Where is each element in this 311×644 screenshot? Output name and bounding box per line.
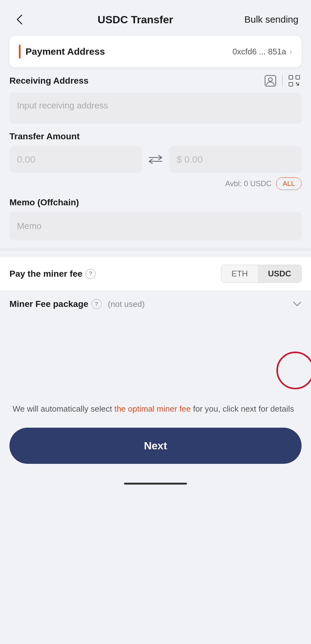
receiving-address-icons (263, 74, 302, 88)
available-balance-text: Avbl: 0 USDC (225, 179, 272, 188)
fee-option-usdc[interactable]: USDC (258, 265, 301, 282)
payment-address-left: Payment Address (19, 45, 105, 58)
accent-bar (19, 45, 20, 58)
fee-package-label: Miner Fee package ? (not used) (9, 299, 145, 309)
miner-fee-help-icon[interactable]: ? (86, 269, 96, 279)
miner-fee-row: Pay the miner fee ? ETH USDC (0, 257, 311, 290)
svg-point-1 (269, 78, 272, 81)
payment-address-card[interactable]: Payment Address 0xcfd6 ... 851a › (9, 36, 302, 67)
receiving-address-section: Receiving Address Input receivin (0, 74, 311, 124)
receiving-address-placeholder: Input receiving address (17, 101, 108, 111)
usd-prefix: $ (177, 154, 182, 165)
receiving-address-label-row: Receiving Address (9, 74, 302, 88)
payment-address-value: 0xcfd6 ... 851a (233, 47, 286, 57)
receiving-address-label: Receiving Address (9, 76, 88, 86)
usd-amount-input[interactable]: $ 0.00 (169, 146, 302, 173)
memo-placeholder: Memo (17, 221, 42, 231)
contact-icon[interactable] (263, 74, 278, 88)
info-text-after: for you, click next for details (191, 404, 294, 414)
memo-input[interactable]: Memo (9, 212, 302, 240)
back-button[interactable] (13, 13, 26, 26)
info-text-before: We will automatically select (13, 404, 114, 414)
usd-placeholder: 0.00 (184, 154, 203, 165)
miner-fee-toggle[interactable]: ETH USDC (221, 265, 302, 283)
crypto-placeholder: 0.00 (17, 154, 35, 165)
fee-package-row[interactable]: Miner Fee package ? (not used) (0, 290, 311, 318)
next-button-label: Next (144, 440, 167, 452)
next-button[interactable]: Next (9, 428, 302, 464)
bottom-info: We will automatically select the optimal… (0, 393, 311, 421)
all-button[interactable]: ALL (276, 177, 302, 190)
svg-rect-2 (289, 75, 293, 79)
fee-package-value: (not used) (108, 299, 145, 309)
svg-rect-3 (296, 75, 300, 79)
page-title: USDC Transfer (98, 14, 173, 26)
bulk-sending-button[interactable]: Bulk sending (244, 14, 298, 25)
payment-address-label: Payment Address (25, 46, 105, 57)
memo-label: Memo (Offchain) (9, 197, 302, 208)
crypto-amount-input[interactable]: 0.00 (9, 146, 142, 173)
header: USDC Transfer Bulk sending (0, 0, 311, 33)
fee-package-help-icon[interactable]: ? (92, 299, 102, 309)
available-balance-row: Avbl: 0 USDC ALL (9, 177, 302, 190)
svg-rect-4 (289, 82, 293, 86)
next-button-container: Next (0, 421, 311, 480)
memo-section: Memo (Offchain) Memo (0, 197, 311, 240)
bottom-info-text: We will automatically select the optimal… (13, 403, 298, 415)
icon-divider (282, 75, 283, 86)
fee-option-eth[interactable]: ETH (221, 265, 258, 282)
spacer (0, 318, 311, 393)
swap-icon[interactable] (147, 151, 164, 168)
scan-icon[interactable] (287, 74, 302, 88)
payment-address-right: 0xcfd6 ... 851a › (233, 47, 292, 57)
miner-fee-label: Pay the miner fee ? (9, 269, 96, 279)
info-highlight: the optimal miner fee (114, 404, 191, 414)
amount-row: 0.00 $ 0.00 (9, 146, 302, 173)
receiving-address-input[interactable]: Input receiving address (9, 92, 302, 124)
home-bar (124, 483, 187, 485)
home-indicator (0, 483, 311, 491)
section-divider (0, 248, 311, 251)
chevron-down-icon (293, 299, 302, 309)
transfer-amount-section: Transfer Amount 0.00 $ 0.00 Avbl: 0 USDC… (0, 131, 311, 190)
chevron-right-icon: › (289, 47, 292, 57)
transfer-amount-label: Transfer Amount (9, 131, 302, 142)
